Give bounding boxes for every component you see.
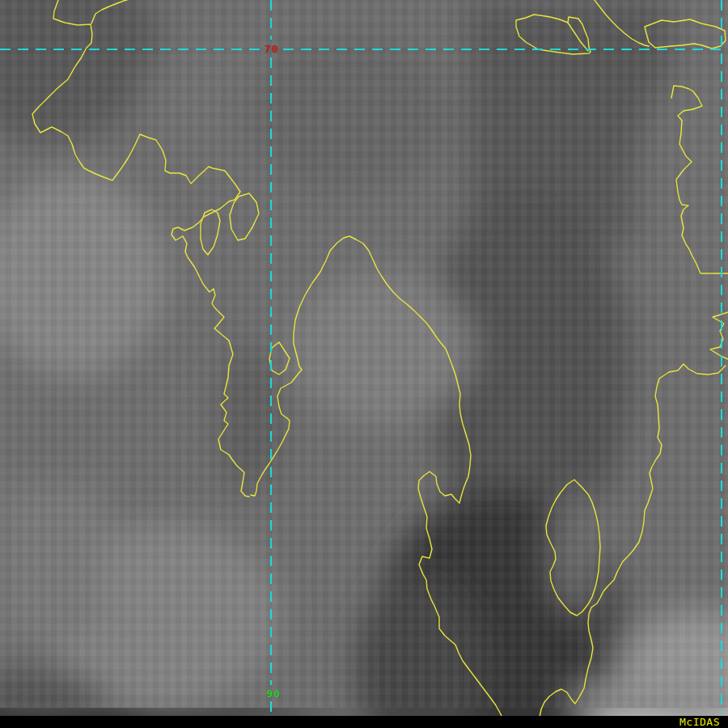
satellite-image-viewport[interactable]: 70 90 1 0001 NOAA-19 1 30 SEP 15273 1941… [0, 0, 728, 728]
coastline-east-cape-zigzag [710, 312, 728, 359]
mcidas-brand: McIDAS [679, 716, 720, 728]
imagery-brightness-field [0, 0, 728, 728]
satellite-image [0, 0, 728, 728]
status-bar: 1 0001 NOAA-19 1 30 SEP 15273 194144 095… [0, 716, 728, 728]
latitude-label: 70 [265, 44, 279, 54]
coastline-inner-lake-west [201, 210, 220, 255]
longitude-label: 90 [266, 688, 281, 699]
